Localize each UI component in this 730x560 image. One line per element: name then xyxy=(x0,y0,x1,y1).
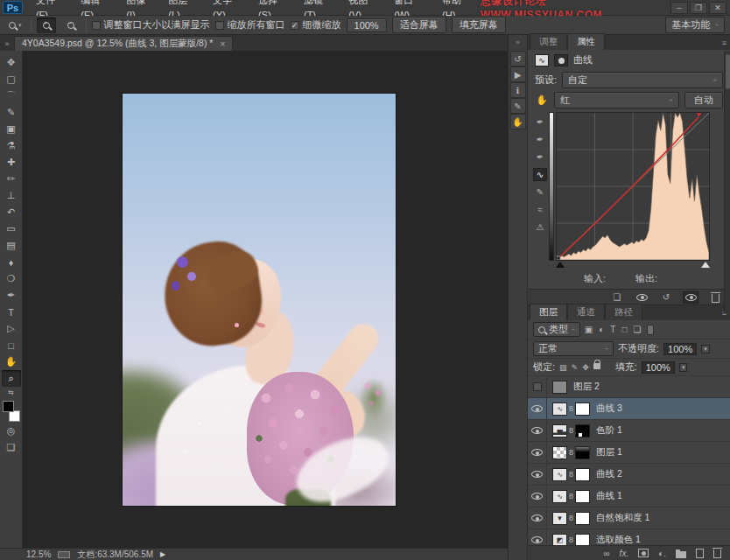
eye-icon[interactable] xyxy=(531,449,543,456)
photo-document[interactable] xyxy=(123,94,396,506)
gray-point-eyedropper-icon[interactable]: ✒ xyxy=(533,133,547,146)
curves-histogram-plot[interactable] xyxy=(556,112,710,261)
lock-pixels-icon[interactable]: ✎ xyxy=(572,363,579,372)
layer-thumbnail[interactable]: ∿ xyxy=(552,490,567,503)
move-tool[interactable]: ✥ xyxy=(2,54,21,71)
tab-layers-2[interactable]: 路径 xyxy=(605,304,642,320)
visibility-cell[interactable] xyxy=(528,376,547,398)
layer-row-6[interactable]: ▼8自然饱和度 1 xyxy=(528,508,730,529)
layer-mask-thumbnail[interactable] xyxy=(575,534,590,546)
lock-position-icon[interactable]: ✥ xyxy=(582,363,589,372)
filter-smart-object-icon[interactable]: ❏ xyxy=(634,325,642,334)
fine-zoom-checkbox[interactable]: ✓ 细微缩放 xyxy=(291,18,341,32)
pen-tool[interactable]: ✒ xyxy=(2,287,21,304)
visibility-cell[interactable] xyxy=(528,398,547,420)
dodge-tool[interactable]: ❍ xyxy=(2,270,21,287)
eye-icon[interactable] xyxy=(531,536,543,543)
layer-thumbnail[interactable]: ▂▅▃ xyxy=(552,424,567,438)
tab-layers-1[interactable]: 通道 xyxy=(567,304,605,320)
layer-mask-thumbnail[interactable] xyxy=(575,490,590,503)
history-brush-tool[interactable]: ↶ xyxy=(2,204,21,220)
new-group-icon[interactable] xyxy=(676,549,686,558)
new-adjustment-icon[interactable]: ◐. xyxy=(658,549,666,558)
eraser-tool[interactable]: ▭ xyxy=(2,220,21,237)
restore-button[interactable]: ❐ xyxy=(690,2,707,14)
clip-to-layer-icon[interactable]: ❑ xyxy=(609,291,625,304)
visibility-icon[interactable] xyxy=(683,291,698,304)
layer-thumbnail[interactable]: ▼ xyxy=(552,512,567,525)
shape-tool[interactable]: □ xyxy=(2,337,21,354)
zoom-out-button[interactable]: − xyxy=(61,18,81,33)
gradient-tool[interactable]: ▤ xyxy=(2,237,21,254)
visibility-cell[interactable] xyxy=(528,464,547,486)
eye-icon[interactable] xyxy=(531,471,543,478)
filter-shape-icon[interactable]: □ xyxy=(621,325,627,334)
zoom-100-button[interactable]: 100% xyxy=(347,18,387,32)
brush-tool[interactable]: ✏ xyxy=(2,171,21,187)
new-layer-icon[interactable] xyxy=(696,549,704,558)
visibility-cell[interactable] xyxy=(528,442,547,464)
view-previous-state-icon[interactable] xyxy=(634,291,649,304)
filter-pixel-icon[interactable]: ▣ xyxy=(585,325,593,334)
layer-thumbnail[interactable] xyxy=(552,446,567,459)
zoom-level-field[interactable]: 12.5% xyxy=(26,550,51,559)
hand-tool[interactable]: ✋ xyxy=(2,354,21,370)
type-tool[interactable]: T xyxy=(2,304,21,320)
layer-mask-thumbnail[interactable] xyxy=(575,402,590,416)
layer-thumbnail[interactable] xyxy=(552,381,567,394)
status-expand-icon[interactable]: ▶ xyxy=(160,550,165,558)
layer-mask-thumbnail[interactable] xyxy=(575,512,590,525)
character-panel-icon[interactable]: ✎ xyxy=(510,98,526,114)
filter-type-icon[interactable]: T xyxy=(610,325,615,334)
layer-mask-thumbnail[interactable] xyxy=(575,446,590,459)
filter-adjustment-icon[interactable]: ◐ xyxy=(599,325,604,334)
reset-icon[interactable]: ↺ xyxy=(658,291,674,304)
auto-button[interactable]: 自动 xyxy=(684,92,723,108)
delete-adjustment-icon[interactable] xyxy=(707,291,723,304)
healing-brush-tool[interactable]: ✚ xyxy=(2,154,21,171)
workspace-switcher[interactable]: 基本功能 ÷ xyxy=(665,17,725,33)
tab-close-icon[interactable]: × xyxy=(220,39,225,49)
layer-row-5[interactable]: ∿8曲线 1 xyxy=(528,486,730,508)
eyedropper-tool[interactable]: ⚗ xyxy=(2,137,21,154)
zoom-in-button[interactable]: + xyxy=(37,18,56,33)
layer-row-7[interactable]: ◩8选取颜色 1 xyxy=(528,529,730,545)
zoom-tool[interactable]: ⌕ xyxy=(2,370,21,387)
smooth-curve-icon[interactable]: ≈ xyxy=(533,203,547,216)
actions-panel-icon[interactable]: ▶ xyxy=(510,66,526,82)
caret-down-icon[interactable]: ▾ xyxy=(701,345,710,354)
add-mask-icon[interactable] xyxy=(638,549,649,557)
history-panel-icon[interactable]: ↺ xyxy=(510,51,526,66)
lock-all-icon[interactable] xyxy=(593,363,600,369)
lock-transparent-icon[interactable]: ▨ xyxy=(559,363,567,372)
path-selection-tool[interactable]: ▷ xyxy=(2,320,21,337)
screen-mode-button[interactable]: ❏ xyxy=(2,439,21,456)
crop-tool[interactable]: ▣ xyxy=(2,121,21,137)
black-point-slider[interactable] xyxy=(556,262,565,268)
eye-icon[interactable] xyxy=(531,514,543,522)
draw-curve-pencil-icon[interactable]: ✎ xyxy=(533,186,547,199)
expand-panels-icon[interactable]: » xyxy=(516,38,519,46)
layer-row-3[interactable]: 8图层 1 xyxy=(528,442,730,464)
preset-dropdown[interactable]: 自定 ÷ xyxy=(562,72,723,88)
tab-overflow-icon[interactable]: » xyxy=(0,37,14,51)
visibility-cell[interactable] xyxy=(528,420,547,442)
caret-down-icon[interactable]: ▾ xyxy=(679,363,688,372)
blur-tool[interactable]: ♦ xyxy=(2,254,21,270)
filter-kind-dropdown[interactable]: 类型 ÷ xyxy=(533,322,580,337)
quick-mask-button[interactable]: ◎ xyxy=(2,423,21,439)
layer-thumbnail[interactable]: ∿ xyxy=(552,468,567,481)
layer-row-1[interactable]: ∿8曲线 3 xyxy=(528,398,730,420)
canvas[interactable] xyxy=(23,51,508,548)
foreground-color-swatch[interactable] xyxy=(3,401,14,412)
tab-properties-1[interactable]: 属性 xyxy=(567,33,605,50)
tab-properties-0[interactable]: 调整 xyxy=(530,33,567,50)
eye-icon[interactable] xyxy=(531,493,543,500)
targeted-adjustment-icon[interactable]: ✋ xyxy=(535,94,549,106)
layer-thumbnail[interactable]: ◩ xyxy=(552,534,567,546)
color-swatches[interactable] xyxy=(2,400,21,423)
white-point-slider[interactable] xyxy=(701,262,710,268)
black-point-eyedropper-icon[interactable]: ✒ xyxy=(533,116,547,129)
properties-scrollbar[interactable] xyxy=(724,51,730,313)
tab-layers-0[interactable]: 图层 xyxy=(530,304,567,320)
